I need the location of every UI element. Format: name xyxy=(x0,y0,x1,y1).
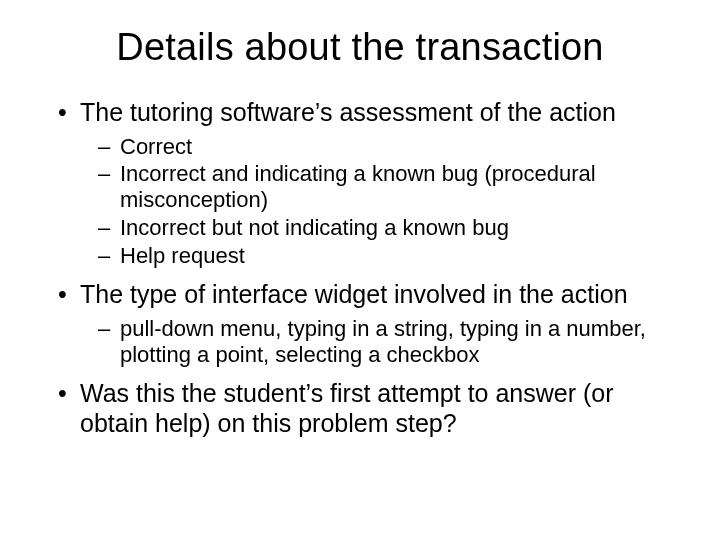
list-item: Incorrect but not indicating a known bug xyxy=(80,215,668,241)
bullet-text: The tutoring software’s assessment of th… xyxy=(80,98,616,126)
bullet-text: The type of interface widget involved in… xyxy=(80,280,628,308)
sub-bullet-text: Incorrect and indicating a known bug (pr… xyxy=(120,161,596,212)
list-item: Correct xyxy=(80,134,668,160)
list-item: Was this the student’s first attempt to … xyxy=(52,378,668,439)
bullet-text: Was this the student’s first attempt to … xyxy=(80,379,614,438)
sub-list: Correct Incorrect and indicating a known… xyxy=(80,134,668,270)
sub-bullet-text: Correct xyxy=(120,134,192,159)
list-item: pull-down menu, typing in a string, typi… xyxy=(80,316,668,368)
sub-list: pull-down menu, typing in a string, typi… xyxy=(80,316,668,368)
list-item: Incorrect and indicating a known bug (pr… xyxy=(80,161,668,213)
list-item: The type of interface widget involved in… xyxy=(52,279,668,367)
slide: Details about the transaction The tutori… xyxy=(0,0,720,540)
list-item: The tutoring software’s assessment of th… xyxy=(52,97,668,269)
sub-bullet-text: Help request xyxy=(120,243,245,268)
list-item: Help request xyxy=(80,243,668,269)
sub-bullet-text: pull-down menu, typing in a string, typi… xyxy=(120,316,646,367)
slide-title: Details about the transaction xyxy=(52,26,668,69)
bullet-list: The tutoring software’s assessment of th… xyxy=(52,97,668,439)
sub-bullet-text: Incorrect but not indicating a known bug xyxy=(120,215,509,240)
